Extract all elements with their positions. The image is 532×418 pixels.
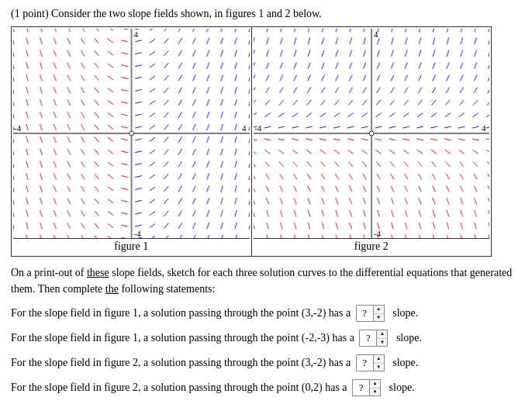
slope-select-4-value: ? [353, 380, 370, 396]
slope-select-2-container[interactable]: ? ▲ ▼ [359, 330, 388, 347]
slope-select-4-arrows[interactable]: ▲ ▼ [370, 380, 380, 396]
figures-container: figure 1 figure 2 [11, 26, 492, 257]
slope-select-1-value: ? [357, 306, 374, 321]
slope-label-3: slope. [392, 357, 418, 368]
slope-select-2-down[interactable]: ▼ [377, 339, 387, 347]
slope-select-3-value: ? [357, 355, 374, 371]
slope-select-3-down[interactable]: ▼ [374, 364, 384, 371]
figure-2-label: figure 2 [254, 238, 490, 254]
question-text-2: For the slope field in figure 1, a solut… [11, 330, 521, 347]
slope-label-4: slope. [389, 382, 415, 393]
slope-select-3-arrows[interactable]: ▲ ▼ [374, 355, 384, 371]
question-row-3: For the slope field in figure 2, a solut… [11, 354, 521, 371]
question-row-2: For the slope field in figure 1, a solut… [11, 330, 521, 347]
figure-2-panel: figure 2 [252, 27, 492, 256]
question-row-1: For the slope field in figure 1, a solut… [11, 305, 521, 322]
figure-1-canvas [13, 29, 250, 238]
slope-select-1-arrows[interactable]: ▲ ▼ [374, 306, 384, 321]
slope-label-2: slope. [396, 332, 422, 344]
figure-1-panel: figure 1 [12, 27, 252, 256]
figure-2-canvas [254, 29, 490, 238]
slope-select-2-value: ? [360, 330, 377, 346]
question-row-4: For the slope field in figure 2, a solut… [11, 379, 521, 396]
slope-select-3-up[interactable]: ▲ [374, 355, 384, 364]
slope-select-4-container[interactable]: ? ▲ ▼ [352, 379, 381, 396]
slope-select-4-up[interactable]: ▲ [370, 380, 380, 389]
questions-container: For the slope field in figure 1, a solut… [11, 305, 521, 396]
slope-select-2-arrows[interactable]: ▲ ▼ [377, 330, 387, 346]
slope-select-1-up[interactable]: ▲ [374, 306, 384, 314]
question-text-3: For the slope field in figure 2, a solut… [11, 354, 521, 371]
slope-select-4-down[interactable]: ▼ [370, 389, 380, 396]
slope-select-1-container[interactable]: ? ▲ ▼ [356, 305, 385, 322]
question-text-4: For the slope field in figure 2, a solut… [11, 379, 521, 396]
figure-1-label: figure 1 [13, 238, 250, 254]
instructions: On a print-out of these slope fields, sk… [11, 264, 521, 297]
slope-select-2-up[interactable]: ▲ [377, 330, 387, 339]
question-text-1: For the slope field in figure 1, a solut… [11, 305, 521, 322]
slope-select-1-down[interactable]: ▼ [374, 314, 384, 322]
question-header: (1 point) Consider the two slope fields … [11, 8, 521, 20]
slope-select-3-container[interactable]: ? ▲ ▼ [356, 354, 385, 371]
slope-label-1: slope. [392, 307, 418, 319]
